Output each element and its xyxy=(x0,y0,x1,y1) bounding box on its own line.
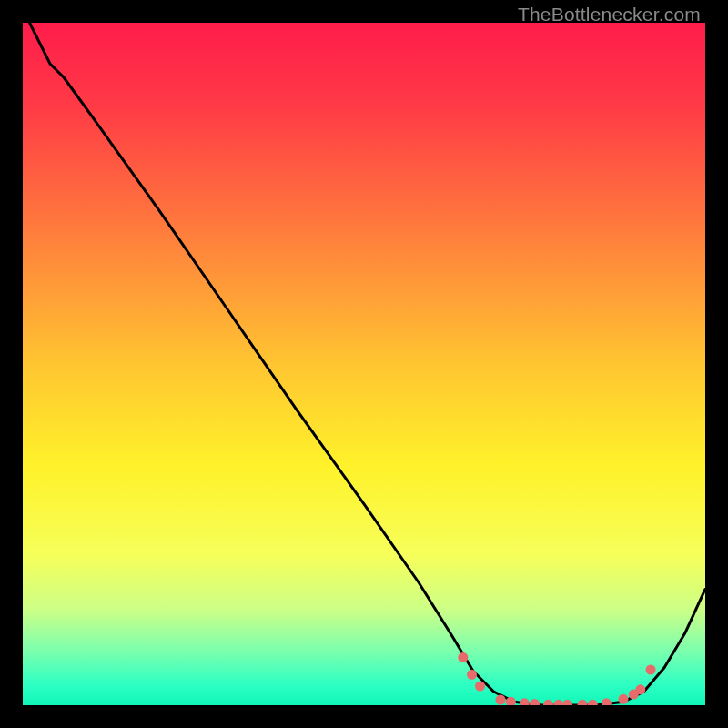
data-point xyxy=(467,670,477,680)
bottleneck-chart xyxy=(23,23,705,705)
chart-background xyxy=(23,23,705,705)
data-point xyxy=(496,695,506,705)
data-point xyxy=(635,684,645,694)
data-point xyxy=(646,665,656,675)
data-point xyxy=(475,682,485,692)
data-point xyxy=(458,652,468,662)
data-point xyxy=(619,694,629,704)
